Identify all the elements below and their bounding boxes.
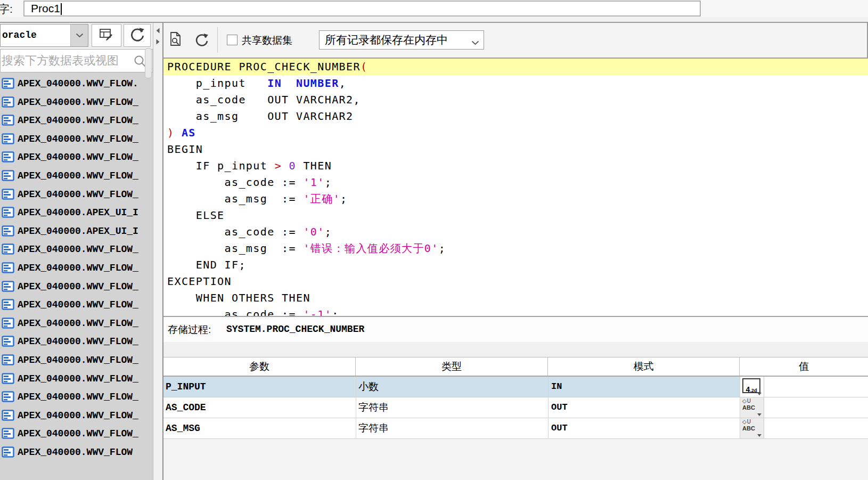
refresh-icon[interactable] bbox=[194, 32, 209, 50]
parameter-row[interactable]: P_INPUT小数IN4.2d bbox=[163, 377, 868, 397]
table-list-item[interactable]: APEX_040000.WWV_FLOW_ bbox=[0, 185, 153, 204]
table-list-item[interactable]: APEX_040000.WWV_FLOW_ bbox=[0, 388, 153, 406]
table-list-item[interactable]: APEX_040000.WWV_FLOW_ bbox=[0, 130, 153, 149]
number-format-dropdown[interactable]: 4.2d bbox=[740, 377, 764, 397]
param-type-cell[interactable]: 小数 bbox=[356, 377, 548, 397]
table-list-item[interactable]: APEX_040000.WWV_FLOW_ bbox=[0, 406, 153, 425]
search-input[interactable]: 搜索下方数据表或视图 bbox=[0, 49, 153, 72]
param-mode-cell[interactable]: IN bbox=[548, 377, 740, 397]
table-list-item[interactable]: APEX_040000.WWV_FLOW_ bbox=[0, 93, 153, 112]
table-list-item[interactable]: APEX_040000.WWV_FLOW_ bbox=[0, 314, 153, 333]
table-list-item[interactable]: APEX_040000.WWV_FLOW_ bbox=[0, 370, 153, 388]
table-name: APEX_040000.WWV_FLOW_ bbox=[18, 167, 142, 185]
table-list-item[interactable]: APEX_040000.WWV_FLOW_ bbox=[0, 259, 153, 278]
table-name: APEX_040000.WWV_FLOW_ bbox=[18, 148, 142, 167]
table-icon bbox=[2, 207, 14, 220]
connection-select[interactable]: oracle bbox=[0, 24, 88, 47]
section-gap bbox=[163, 342, 868, 357]
table-list-item[interactable]: APEX_040000.WWV_FLOW_ bbox=[0, 425, 153, 443]
chevron-down-icon[interactable] bbox=[70, 25, 88, 46]
param-mode-cell[interactable]: OUT bbox=[548, 418, 740, 438]
string-format-icon: ◇UABC bbox=[742, 398, 755, 411]
table-list-item[interactable]: APEX_040000.WWV_FLOW_ bbox=[0, 296, 153, 314]
code-line: WHEN OTHERS THEN bbox=[163, 290, 868, 306]
table-list-item[interactable]: APEX_040000.WWV_FLOW bbox=[0, 443, 153, 462]
bottom-filler bbox=[163, 439, 868, 480]
param-type-cell[interactable]: 字符串 bbox=[356, 418, 548, 438]
table-list-item[interactable]: APEX_040000.WWV_FLOW_ bbox=[0, 240, 153, 259]
parameter-row[interactable]: AS_MSG字符串OUT◇UABC bbox=[163, 418, 868, 439]
table-list-item[interactable]: APEX_040000.APEX_UI_I bbox=[0, 222, 153, 241]
table-list-item[interactable]: APEX_040000.WWV_FLOW_ bbox=[0, 332, 153, 351]
dataset-name-input[interactable]: Proc1 bbox=[23, 1, 701, 17]
table-list-item[interactable]: APEX_040000.APEX_UI_I bbox=[0, 204, 153, 222]
procedure-info-row: 存储过程: SYSTEM.PROC_CHECK_NUMBER bbox=[163, 317, 868, 342]
param-name-cell[interactable]: AS_MSG bbox=[163, 418, 356, 438]
table-list-item[interactable]: APEX_040000.WWV_FLOW. bbox=[0, 75, 153, 93]
panel-splitter[interactable] bbox=[153, 23, 163, 480]
edit-connection-button[interactable] bbox=[92, 24, 121, 47]
string-format-icon: ◇UABC bbox=[742, 419, 755, 432]
param-name-cell[interactable]: P_INPUT bbox=[163, 377, 356, 397]
table-icon bbox=[2, 336, 14, 349]
table-list-item[interactable]: APEX_040000.WWV_FLOW_ bbox=[0, 278, 153, 296]
table-icon bbox=[2, 299, 14, 312]
table-icon bbox=[2, 151, 14, 165]
share-dataset-checkbox[interactable] bbox=[227, 35, 238, 45]
param-mode-cell[interactable]: OUT bbox=[548, 397, 740, 418]
table-list-item[interactable]: APEX_040000.WWV_FLOW_ bbox=[0, 351, 153, 370]
param-name-cell[interactable]: AS_CODE bbox=[163, 397, 356, 418]
header-param: 参数 bbox=[163, 357, 356, 376]
parameters-table-body: P_INPUT小数IN4.2dAS_CODE字符串OUT◇UABCAS_MSG字… bbox=[163, 377, 868, 439]
table-icon bbox=[2, 318, 14, 331]
code-line: IF p_input > 0 THEN bbox=[163, 158, 868, 174]
name-bar: 名字: Proc1 bbox=[0, 0, 868, 17]
table-list: APEX_040000.WWV_FLOW.APEX_040000.WWV_FLO… bbox=[0, 72, 153, 480]
table-list-item[interactable]: APEX_040000.WWV_FLOW_ bbox=[0, 111, 153, 130]
collapse-left-icon[interactable] bbox=[156, 26, 160, 36]
parameter-row[interactable]: AS_CODE字符串OUT◇UABC bbox=[163, 397, 868, 418]
table-icon bbox=[2, 115, 14, 128]
table-list-item[interactable]: APEX_040000.WWV_FLOW_ bbox=[0, 167, 153, 185]
table-icon bbox=[2, 170, 14, 183]
table-list-item[interactable]: APEX_040000.WWV_FLOW_ bbox=[0, 148, 153, 167]
table-icon bbox=[2, 373, 14, 386]
table-name: APEX_040000.WWV_FLOW. bbox=[18, 75, 142, 93]
table-name: APEX_040000.WWV_FLOW_ bbox=[18, 370, 142, 388]
table-icon bbox=[2, 391, 14, 404]
param-value-input[interactable] bbox=[764, 377, 868, 397]
code-line: p_input IN NUMBER, bbox=[163, 75, 868, 92]
refresh-icon bbox=[129, 27, 145, 45]
code-line: EXCEPTION bbox=[163, 273, 868, 290]
table-name: APEX_040000.WWV_FLOW_ bbox=[18, 185, 142, 204]
param-value-input[interactable] bbox=[764, 397, 868, 418]
sidebar-scrollbar-thumb[interactable] bbox=[145, 48, 152, 78]
code-line: ) AS bbox=[163, 125, 868, 141]
search-placeholder: 搜索下方数据表或视图 bbox=[2, 50, 129, 72]
procedure-label: 存储过程: bbox=[168, 317, 211, 342]
code-line: as_code := '-1'; bbox=[163, 306, 868, 316]
param-value-input[interactable] bbox=[764, 418, 868, 438]
collapse-right-icon[interactable] bbox=[156, 37, 160, 47]
table-icon bbox=[2, 243, 14, 257]
table-icon bbox=[2, 96, 14, 110]
storage-mode-select[interactable]: 所有记录都保存在内存中 bbox=[319, 30, 484, 50]
parameters-table-header: 参数 类型 模式 值 bbox=[163, 357, 868, 377]
table-name: APEX_040000.WWV_FLOW_ bbox=[18, 296, 142, 314]
string-format-dropdown[interactable]: ◇UABC bbox=[740, 418, 764, 438]
procedure-name: SYSTEM.PROC_CHECK_NUMBER bbox=[226, 317, 364, 342]
header-value: 值 bbox=[740, 357, 868, 376]
header-mode: 模式 bbox=[548, 357, 740, 376]
preview-icon[interactable] bbox=[169, 31, 183, 50]
code-line: BEGIN bbox=[163, 141, 868, 158]
sql-code-editor[interactable]: PROCEDURE PROC_CHECK_NUMBER( p_input IN … bbox=[163, 59, 868, 316]
caret-down-icon bbox=[757, 413, 761, 416]
main-panel: 共享数据集 所有记录都保存在内存中 PROCEDURE PROC_CHECK_N… bbox=[163, 23, 868, 480]
share-dataset-label[interactable]: 共享数据集 bbox=[242, 23, 292, 58]
string-format-dropdown[interactable]: ◇UABC bbox=[740, 397, 764, 418]
name-label: 名字: bbox=[0, 2, 13, 17]
param-type-cell[interactable]: 字符串 bbox=[356, 397, 548, 418]
sidebar: oracle 搜索下方数据表或视图 APEX_040000.WWV_FLOW.A… bbox=[0, 23, 153, 480]
refresh-tables-button[interactable] bbox=[124, 24, 151, 47]
table-name: APEX_040000.WWV_FLOW_ bbox=[18, 332, 142, 351]
